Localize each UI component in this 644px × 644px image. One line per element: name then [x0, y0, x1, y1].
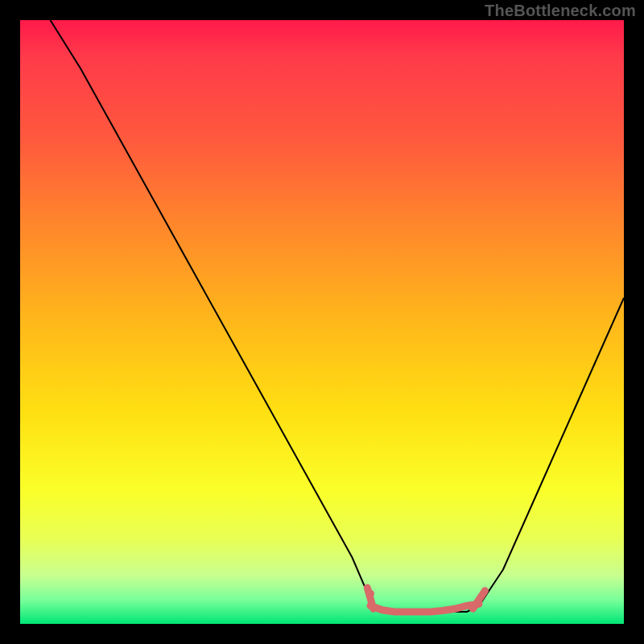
curve-path — [51, 20, 625, 612]
curve-layer — [20, 20, 624, 624]
bottleneck-curve — [51, 20, 625, 612]
basin-dot-cluster — [366, 588, 485, 612]
basin-tick-right — [473, 591, 485, 609]
plot-area — [20, 20, 624, 624]
chart-frame: TheBottleneck.com — [0, 0, 644, 644]
basin-highlight-line — [370, 604, 479, 612]
watermark-text: TheBottleneck.com — [485, 2, 636, 20]
